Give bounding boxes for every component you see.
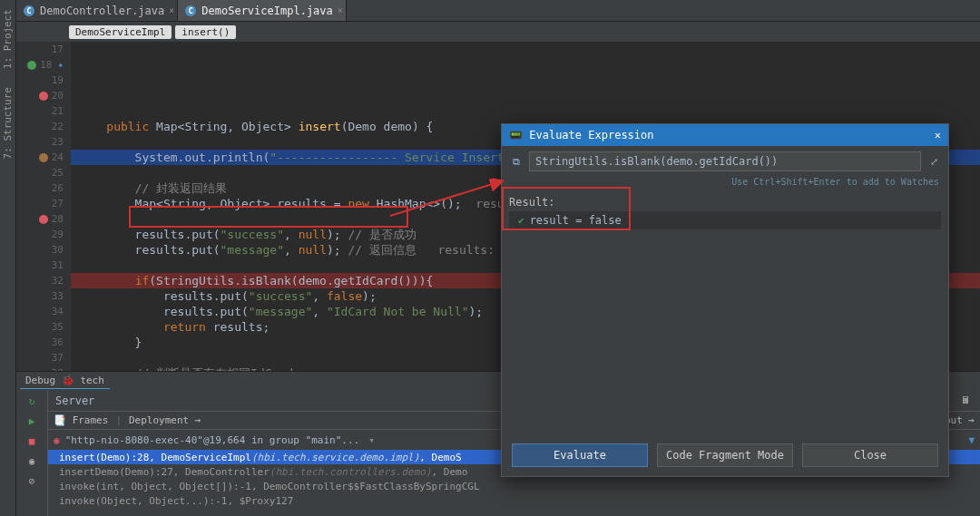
line-number: 29 (52, 227, 64, 242)
stack-frame[interactable]: invoke(Object, Object...):-1, $Proxy127 (48, 493, 980, 508)
line-number: 25 (52, 165, 64, 180)
line-number: 19 (52, 73, 64, 88)
debug-side-toolbar: ↻ ▶ ■ ◉ ⊘ (16, 390, 48, 516)
check-icon: ✔ (518, 215, 524, 227)
gutter-icon[interactable] (39, 92, 48, 101)
gutter-icon[interactable] (39, 215, 48, 224)
close-icon[interactable]: × (169, 5, 174, 15)
line-number: 24 (52, 150, 64, 165)
view-breakpoints-icon[interactable]: ◉ (24, 453, 39, 468)
evaluate-expression-icon[interactable]: 🖩 (958, 394, 973, 408)
code-fragment-mode-button[interactable]: Code Fragment Mode (657, 443, 793, 467)
result-value: result = false (530, 214, 622, 227)
breadcrumb-method[interactable]: insert() (175, 25, 236, 39)
debug-tab[interactable]: Debug 🐞 tech (20, 373, 110, 389)
result-area: Result: ✔ result = false (502, 190, 948, 434)
stop-icon[interactable]: ■ (24, 433, 39, 448)
gutter-icon[interactable] (27, 61, 36, 70)
line-number: 23 (52, 134, 64, 150)
line-number: 28 (52, 211, 64, 227)
result-row[interactable]: ✔ result = false (509, 211, 941, 229)
editor-tab-bar: C DemoController.java × C DemoServiceImp… (16, 0, 980, 22)
evaluate-expression-dialog: 📟 Evaluate Expression ✕ ⧉ ⤢ Use Ctrl+Shi… (501, 123, 949, 477)
rerun-icon[interactable]: ↻ (24, 394, 39, 408)
expand-icon[interactable]: ⤢ (926, 154, 941, 169)
breadcrumb: DemoServiceImpl insert() (16, 22, 980, 42)
line-number: 17 (52, 42, 64, 57)
line-number: 35 (52, 319, 64, 335)
mute-breakpoints-icon[interactable]: ⊘ (24, 473, 39, 488)
line-number: 22 (52, 119, 64, 134)
line-number: 31 (52, 258, 64, 273)
result-label: Result: (509, 196, 941, 209)
line-number: 32 (52, 273, 64, 288)
expression-hint: Use Ctrl+Shift+Enter to add to Watches (502, 177, 948, 190)
dialog-title: Evaluate Expression (529, 129, 653, 141)
line-number: 33 (52, 288, 64, 304)
line-number: 36 (52, 335, 64, 350)
server-tab[interactable]: Server (55, 394, 94, 407)
resume-icon[interactable]: ▶ (24, 414, 39, 428)
thread-name: "http-nio-8080-exec-40"@19,664 in group … (65, 434, 360, 446)
filter-icon[interactable]: ▼ (968, 434, 975, 446)
line-number: 18 (40, 57, 52, 73)
line-number: 21 (52, 103, 64, 119)
line-number: 27 (52, 196, 64, 211)
close-button[interactable]: Close (802, 443, 938, 467)
gutter-icon[interactable] (39, 153, 48, 162)
close-icon[interactable]: × (338, 5, 343, 15)
java-class-icon: C (185, 5, 196, 16)
left-tool-window-bar: 1: Project 7: Structure (0, 0, 16, 516)
code-line[interactable] (71, 103, 980, 119)
dialog-buttons: Evaluate Code Fragment Mode Close (502, 434, 948, 476)
dialog-title-bar[interactable]: 📟 Evaluate Expression ✕ (502, 124, 948, 146)
tab-label: DemoController.java (40, 5, 164, 17)
line-number: 26 (52, 180, 64, 196)
line-number: 30 (52, 242, 64, 258)
close-icon[interactable]: ✕ (935, 129, 941, 141)
line-number: 20 (52, 88, 64, 103)
tab-democontroller[interactable]: C DemoController.java × (16, 0, 178, 21)
stack-frame[interactable]: invoke(int, Object, Object[]):-1, DemoCo… (48, 479, 980, 493)
tab-demoserviceimpl[interactable]: C DemoServiceImpl.java × (178, 0, 347, 21)
expression-input[interactable] (529, 151, 921, 171)
java-class-icon: C (24, 5, 34, 16)
frames-label[interactable]: Frames (73, 414, 109, 426)
history-icon[interactable]: ⧉ (509, 154, 524, 169)
line-number: 37 (52, 350, 64, 365)
breadcrumb-class[interactable]: DemoServiceImpl (69, 25, 172, 39)
gutter[interactable]: 1718✦19202122232425262728293031323334353… (16, 42, 71, 371)
deployment-label[interactable]: Deployment → (129, 414, 201, 426)
evaluate-button[interactable]: Evaluate (512, 443, 648, 467)
structure-tool-button[interactable]: 7: Structure (2, 87, 14, 159)
line-number: 34 (52, 304, 64, 319)
project-tool-button[interactable]: 1: Project (2, 9, 14, 69)
tab-label: DemoServiceImpl.java (201, 5, 333, 17)
